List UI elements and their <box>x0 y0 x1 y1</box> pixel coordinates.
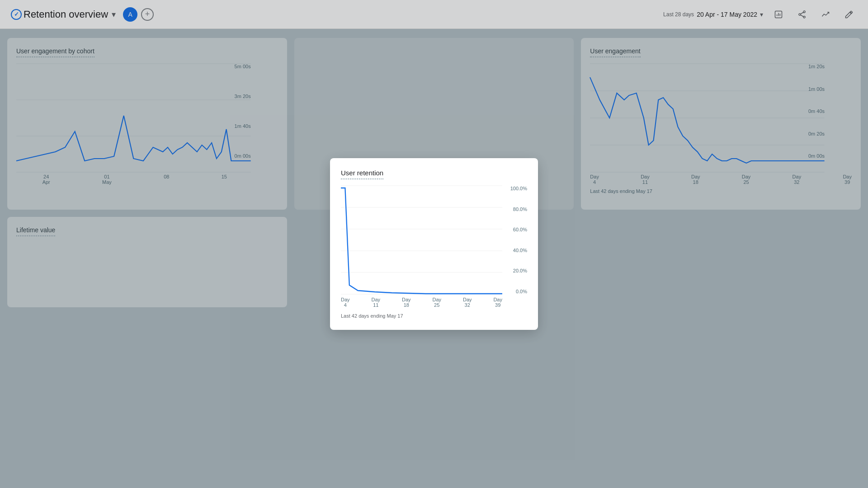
modal-y-label-5: 0.0% <box>516 289 527 294</box>
modal-chart-area: 100.0% 80.0% 60.0% 40.0% 20.0% 0.0% <box>341 186 502 294</box>
modal-y-label-2: 60.0% <box>513 227 527 232</box>
retention-modal: User retention 100.0% 80.0% <box>330 158 538 330</box>
modal-x-label-0: Day 4 <box>341 297 350 308</box>
modal-y-label-1: 80.0% <box>513 206 527 212</box>
modal-y-label-4: 20.0% <box>513 268 527 273</box>
modal-x-label-2: Day 18 <box>402 297 411 308</box>
modal-x-label-5: Day 39 <box>493 297 502 308</box>
modal-x-label-4: Day 32 <box>463 297 472 308</box>
modal-overlay[interactable]: User retention 100.0% 80.0% <box>0 0 868 488</box>
modal-y-axis: 100.0% 80.0% 60.0% 40.0% 20.0% 0.0% <box>502 186 527 294</box>
modal-y-label-0: 100.0% <box>510 186 527 191</box>
modal-x-axis: Day 4 Day 11 Day 18 Day 25 Day 32 <box>341 297 502 308</box>
modal-x-label-1: Day 11 <box>371 297 380 308</box>
modal-footer: Last 42 days ending May 17 <box>341 313 527 319</box>
modal-x-label-3: Day 25 <box>432 297 441 308</box>
retention-svg-chart <box>341 186 502 294</box>
modal-title: User retention <box>341 169 383 179</box>
modal-y-label-3: 40.0% <box>513 248 527 253</box>
modal-chart-container: 100.0% 80.0% 60.0% 40.0% 20.0% 0.0% Day … <box>341 186 527 308</box>
